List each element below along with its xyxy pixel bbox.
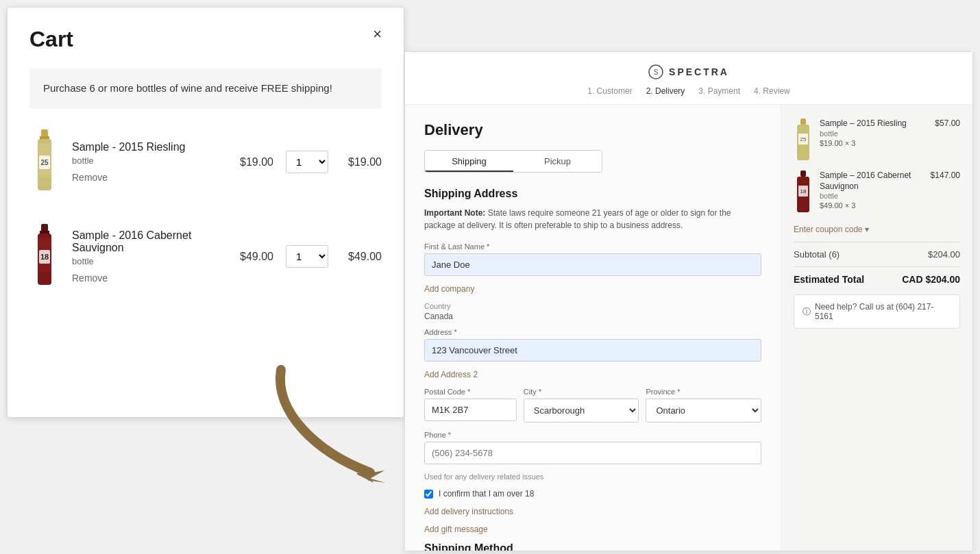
address-input[interactable]: [424, 339, 761, 362]
sidebar-item-riesling: 25 Sample – 2015 Riesling bottle $19.00 …: [794, 118, 960, 160]
important-note: Important Note: State laws require someo…: [424, 207, 761, 231]
country-label: Country: [424, 302, 761, 310]
cart-promo-banner: Purchase 6 or more bottles of wine and r…: [29, 68, 382, 109]
add-address2-link[interactable]: Add Address 2: [424, 370, 761, 379]
summary-divider-1: [794, 242, 960, 242]
step-customer[interactable]: 1. Customer: [587, 86, 632, 96]
svg-rect-19: [800, 171, 806, 177]
city-col: City * Scarborough Toronto: [524, 388, 639, 431]
brand-icon: S: [648, 64, 663, 79]
checkout-sidebar: 25 Sample – 2015 Riesling bottle $19.00 …: [781, 105, 972, 551]
item-type-cabernet: bottle: [72, 256, 223, 266]
summary-divider-2: [794, 266, 960, 267]
shipping-address-title: Shipping Address: [424, 188, 761, 200]
subtotal-row: Subtotal (6) $204.00: [794, 249, 960, 260]
item-type-riesling: bottle: [72, 155, 223, 166]
postal-col: Postal Code *: [424, 388, 517, 431]
first-last-name-input[interactable]: [424, 253, 761, 276]
tab-pickup[interactable]: Pickup: [513, 151, 602, 172]
item-name-cabernet: Sample - 2016 Cabernet Sauvignon: [72, 229, 223, 254]
step-delivery[interactable]: 2. Delivery: [646, 86, 685, 96]
brand-logo: S SPECTRA: [648, 64, 729, 79]
country-value: Canada: [424, 312, 761, 321]
cart-item-riesling: 25 Sample - 2015 Riesling bottle Remove …: [29, 128, 382, 203]
phone-helper-text: Used for any delivery related issues: [424, 473, 761, 481]
info-icon: ⓘ: [803, 306, 811, 318]
age-confirm-checkbox[interactable]: [424, 490, 433, 499]
checkout-main: Delivery Shipping Pickup Shipping Addres…: [405, 105, 781, 551]
svg-text:S: S: [654, 68, 659, 76]
steps-nav: 1. Customer 2. Delivery 3. Payment 4. Re…: [587, 86, 789, 96]
sidebar-bottle-cabernet: 18: [794, 171, 813, 212]
phone-input[interactable]: [424, 442, 761, 464]
item-price-riesling: $19.00: [236, 156, 273, 168]
label-city: City *: [524, 388, 639, 396]
label-phone: Phone *: [424, 431, 761, 439]
age-confirm-label: I confirm that I am over 18: [439, 489, 534, 499]
add-gift-link[interactable]: Add gift message: [424, 525, 761, 534]
arrow-decoration: [260, 356, 411, 493]
province-select[interactable]: Ontario British Columbia: [646, 399, 761, 423]
item-info-cabernet: Sample - 2016 Cabernet Sauvignon bottle …: [72, 229, 223, 284]
add-company-link[interactable]: Add company: [424, 284, 761, 294]
help-text: Need help? Call us at (604) 217-5161: [815, 302, 951, 321]
svg-rect-15: [800, 118, 806, 125]
label-postal: Postal Code *: [424, 388, 517, 396]
item-price-cabernet: $49.00: [236, 251, 273, 263]
shipping-method-section: Shipping Method Standard Shipping – $20.…: [424, 542, 761, 551]
delivery-title: Delivery: [424, 121, 761, 139]
subtotal-label: Subtotal (6): [794, 249, 840, 260]
checkout-panel: S SPECTRA 1. Customer 2. Delivery 3. Pay…: [404, 51, 973, 551]
subtotal-value: $204.00: [928, 249, 960, 260]
label-address: Address *: [424, 328, 761, 336]
cart-promo-text: Purchase 6 or more bottles of wine and r…: [43, 82, 332, 94]
item-name-riesling: Sample - 2015 Riesling: [72, 141, 223, 153]
item-info-riesling: Sample - 2015 Riesling bottle Remove: [72, 141, 223, 184]
postal-city-province-row: Postal Code * City * Scarborough Toronto…: [424, 388, 761, 431]
estimated-total-label: Estimated Total: [794, 274, 864, 285]
qty-select-cabernet[interactable]: 1 2 3: [286, 245, 328, 268]
item-total-cabernet: $49.00: [341, 251, 382, 263]
estimated-total-value: CAD $204.00: [902, 274, 960, 285]
svg-text:18: 18: [800, 188, 807, 194]
remove-riesling-button[interactable]: Remove: [72, 172, 108, 183]
checkout-body: Delivery Shipping Pickup Shipping Addres…: [405, 105, 972, 551]
bottle-image-cabernet: 18: [29, 223, 60, 291]
cart-close-button[interactable]: ×: [373, 27, 382, 42]
item-total-riesling: $19.00: [341, 156, 382, 168]
help-box: ⓘ Need help? Call us at (604) 217-5161: [794, 294, 960, 329]
label-province: Province *: [646, 388, 761, 396]
age-confirm-row: I confirm that I am over 18: [424, 489, 761, 499]
step-review[interactable]: 4. Review: [754, 86, 790, 96]
checkout-header: S SPECTRA 1. Customer 2. Delivery 3. Pay…: [405, 52, 972, 105]
svg-text:25: 25: [40, 159, 49, 166]
svg-text:18: 18: [40, 253, 49, 261]
shipping-method-title: Shipping Method: [424, 542, 761, 551]
sidebar-item-cabernet: 18 Sample – 2016 Cabernet Sauvignon bott…: [794, 171, 960, 212]
estimated-total-row: Estimated Total CAD $204.00: [794, 274, 960, 285]
sidebar-bottle-riesling: 25: [794, 118, 813, 160]
add-instructions-link[interactable]: Add delivery instructions: [424, 507, 761, 516]
postal-code-input[interactable]: [424, 399, 517, 421]
remove-cabernet-button[interactable]: Remove: [72, 273, 108, 284]
brand-name: SPECTRA: [669, 66, 729, 77]
cart-header: Cart ×: [29, 27, 382, 52]
coupon-code-link[interactable]: Enter coupon code ▾: [794, 225, 869, 234]
cart-item-cabernet: 18 Sample - 2016 Cabernet Sauvignon bott…: [29, 223, 382, 298]
delivery-tabs: Shipping Pickup: [424, 150, 602, 173]
label-first-last: First & Last Name *: [424, 242, 761, 251]
bottle-image-riesling: 25: [29, 128, 60, 197]
tab-shipping[interactable]: Shipping: [425, 151, 513, 172]
cart-title: Cart: [29, 27, 73, 52]
city-select[interactable]: Scarborough Toronto: [524, 399, 639, 423]
step-payment[interactable]: 3. Payment: [698, 86, 740, 96]
sidebar-item-info-riesling: Sample – 2015 Riesling bottle $19.00 × 3: [820, 118, 928, 147]
sidebar-item-info-cabernet: Sample – 2016 Cabernet Sauvignon bottle …: [820, 171, 924, 210]
qty-select-riesling[interactable]: 1 2 3: [286, 151, 328, 173]
province-col: Province * Ontario British Columbia: [646, 388, 761, 431]
svg-text:25: 25: [800, 136, 807, 142]
